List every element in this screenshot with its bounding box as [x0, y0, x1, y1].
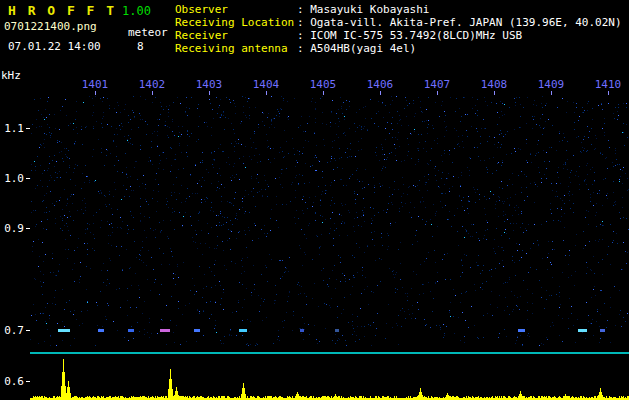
time-tick-label: 1409: [535, 78, 567, 91]
time-tick-mark: [323, 91, 324, 95]
signal-level-canvas: [30, 354, 629, 400]
time-tick-label: 1407: [421, 78, 453, 91]
info-block: Observer: Masayuki KobayashiReceiving Lo…: [175, 3, 622, 55]
datetime-label: 07.01.22 14:00: [8, 40, 101, 53]
info-value: : Ogata-vill. Akita-Pref. JAPAN (139.96E…: [297, 16, 622, 29]
time-tick-mark: [266, 91, 267, 95]
spectrogram-canvas: [30, 96, 629, 346]
info-label: Receiving Location: [175, 16, 297, 29]
info-value: : Masayuki Kobayashi: [297, 3, 429, 16]
freq-tick-label: 0.6: [0, 375, 24, 388]
time-tick-mark: [494, 91, 495, 95]
info-row: Receiving Location: Ogata-vill. Akita-Pr…: [175, 16, 622, 29]
info-value: : ICOM IC-575 53.7492(8LCD)MHz USB: [297, 29, 522, 42]
app-version: 1.00: [122, 4, 151, 18]
time-tick-label: 1401: [79, 78, 111, 91]
info-row: Receiving antenna: A504HB(yagi 4el): [175, 42, 622, 55]
meteor-count: 8: [137, 40, 144, 53]
time-tick-label: 1408: [478, 78, 510, 91]
time-tick-mark: [209, 91, 210, 95]
info-row: Receiver: ICOM IC-575 53.7492(8LCD)MHz U…: [175, 29, 622, 42]
time-tick-label: 1406: [364, 78, 396, 91]
time-tick-label: 1402: [136, 78, 168, 91]
time-tick-mark: [380, 91, 381, 95]
mode-label: meteor: [128, 26, 168, 39]
output-filename: 0701221400.png: [4, 20, 97, 33]
freq-tick-label: 0.9: [0, 222, 24, 235]
info-label: Observer: [175, 3, 297, 16]
time-tick-label: 1404: [250, 78, 282, 91]
freq-tick-label: 0.7: [0, 324, 24, 337]
hrofft-screen: H R O F F T 1.00 0701221400.png meteor 0…: [0, 0, 629, 400]
time-tick-mark: [152, 91, 153, 95]
time-tick-label: 1403: [193, 78, 225, 91]
info-label: Receiving antenna: [175, 42, 297, 55]
time-tick-mark: [95, 91, 96, 95]
freq-tick-label: 1.0: [0, 172, 24, 185]
info-label: Receiver: [175, 29, 297, 42]
info-value: : A504HB(yagi 4el): [297, 42, 416, 55]
app-title: H R O F F T: [8, 3, 116, 18]
time-tick-label: 1410: [592, 78, 624, 91]
time-tick-mark: [437, 91, 438, 95]
freq-axis-unit: kHz: [1, 69, 21, 82]
time-tick-mark: [551, 91, 552, 95]
time-tick-label: 1405: [307, 78, 339, 91]
time-tick-mark: [608, 91, 609, 95]
freq-tick-label: 1.1: [0, 122, 24, 135]
info-row: Observer: Masayuki Kobayashi: [175, 3, 622, 16]
